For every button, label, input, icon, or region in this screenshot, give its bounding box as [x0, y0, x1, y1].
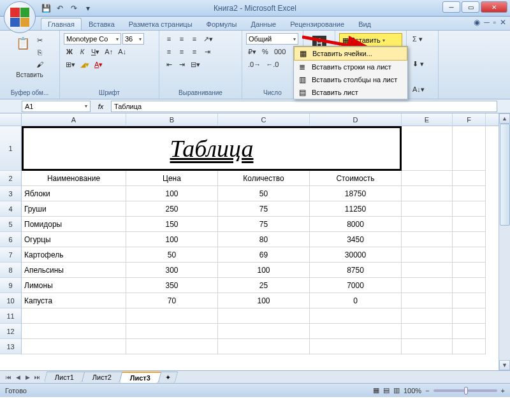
cell[interactable]: 75	[218, 217, 310, 232]
cell[interactable]	[218, 308, 310, 324]
cell[interactable]: Огурцы	[22, 232, 126, 247]
cell[interactable]: 100	[126, 186, 218, 201]
cell[interactable]: 300	[126, 263, 218, 278]
row-header[interactable]: 13	[0, 339, 22, 354]
grow-font-button[interactable]: A↑	[103, 46, 115, 57]
bold-button[interactable]: Ж	[64, 46, 75, 57]
cell[interactable]	[22, 339, 126, 354]
decrease-decimal-button[interactable]: ←.0	[264, 59, 280, 70]
row-header[interactable]: 4	[0, 201, 22, 217]
cell[interactable]: 11250	[310, 201, 402, 217]
menu-insert-cells[interactable]: ▦Вставить ячейки...	[294, 47, 407, 61]
cell[interactable]	[402, 217, 453, 232]
vertical-scrollbar[interactable]: ▲ ▼	[499, 113, 510, 370]
cell[interactable]: Лимоны	[22, 278, 126, 293]
cell[interactable]	[402, 232, 453, 247]
decrease-indent-button[interactable]: ⇤	[163, 59, 175, 70]
view-normal-button[interactable]: ▦	[373, 386, 379, 395]
sort-filter-button[interactable]: A↓▾	[411, 83, 426, 95]
col-header-a[interactable]: A	[22, 113, 126, 126]
cell[interactable]: Капуста	[22, 293, 126, 308]
cell[interactable]	[402, 171, 453, 186]
border-button[interactable]: ⊞▾	[64, 59, 77, 70]
maximize-button[interactable]: ▭	[462, 1, 479, 13]
restore-window-icon[interactable]: ▫	[493, 18, 496, 27]
cell[interactable]	[453, 324, 486, 339]
header-cell[interactable]: Количество	[218, 171, 310, 186]
view-page-layout-button[interactable]: ▤	[383, 386, 390, 395]
tab-view[interactable]: Вид	[351, 18, 378, 30]
cell[interactable]: Помидоры	[22, 217, 126, 232]
font-color-button[interactable]: A▾	[92, 59, 105, 70]
cell[interactable]: 70	[126, 293, 218, 308]
zoom-slider[interactable]	[433, 389, 497, 392]
view-page-break-button[interactable]: ▥	[393, 386, 400, 395]
cell[interactable]	[402, 278, 453, 293]
cell[interactable]: 8000	[310, 217, 402, 232]
format-painter-button[interactable]: 🖌	[34, 59, 46, 70]
cell[interactable]	[453, 232, 486, 247]
underline-button[interactable]: Ч▾	[89, 46, 101, 57]
zoom-level[interactable]: 100%	[404, 387, 421, 395]
cell[interactable]: 100	[218, 293, 310, 308]
row-header[interactable]: 3	[0, 186, 22, 201]
row-header[interactable]: 2	[0, 171, 22, 186]
row-header[interactable]: 11	[0, 308, 22, 324]
align-top-button[interactable]: ≡	[163, 33, 175, 45]
header-cell[interactable]: Наименование	[22, 171, 126, 186]
cell[interactable]: Яблоки	[22, 186, 126, 201]
sheet-tab-2[interactable]: Лист2	[82, 372, 123, 382]
row-header[interactable]: 10	[0, 293, 22, 308]
fill-button[interactable]: ⬇ ▾	[411, 59, 426, 70]
cell[interactable]	[310, 339, 402, 354]
cell[interactable]: 18750	[310, 186, 402, 201]
cell[interactable]	[310, 324, 402, 339]
cell[interactable]	[126, 308, 218, 324]
cell[interactable]: 100	[126, 232, 218, 247]
cell[interactable]: 0	[310, 293, 402, 308]
copy-button[interactable]: ⎘	[34, 47, 46, 58]
minimize-button[interactable]: ─	[442, 1, 460, 13]
name-box[interactable]: A1▾	[22, 101, 91, 112]
cell[interactable]	[453, 247, 486, 263]
align-bottom-button[interactable]: ≡	[189, 33, 200, 45]
font-size-select[interactable]: 36▾	[122, 33, 144, 45]
cell[interactable]: 80	[218, 232, 310, 247]
cell[interactable]	[453, 278, 486, 293]
header-cell[interactable]: Стоимость	[310, 171, 402, 186]
tab-page-layout[interactable]: Разметка страницы	[122, 18, 200, 30]
cell[interactable]	[126, 324, 218, 339]
cut-button[interactable]: ✂	[34, 34, 46, 46]
menu-insert-columns[interactable]: ▥Вставить столбцы на лист	[294, 73, 407, 86]
cell[interactable]	[453, 308, 486, 324]
cell[interactable]	[402, 126, 453, 171]
cell[interactable]: Картофель	[22, 247, 126, 263]
menu-insert-sheet[interactable]: ▤Вставить лист	[294, 86, 407, 99]
office-button[interactable]	[4, 1, 36, 33]
align-center-button[interactable]: ≡	[176, 46, 187, 57]
scroll-thumb[interactable]	[500, 124, 510, 226]
align-left-button[interactable]: ≡	[163, 46, 175, 57]
fill-color-button[interactable]: ◢▾	[78, 59, 91, 70]
comma-button[interactable]: 000	[272, 46, 288, 57]
cell[interactable]	[402, 293, 453, 308]
tab-home[interactable]: Главная	[41, 18, 82, 30]
minimize-ribbon-icon[interactable]: ─	[484, 18, 490, 27]
cell[interactable]	[453, 186, 486, 201]
currency-button[interactable]: ₽▾	[246, 46, 258, 57]
header-cell[interactable]: Цена	[126, 171, 218, 186]
italic-button[interactable]: К	[76, 46, 88, 57]
autosum-button[interactable]: Σ ▾	[411, 33, 425, 45]
cell[interactable]	[402, 263, 453, 278]
align-middle-button[interactable]: ≡	[176, 33, 187, 45]
cell[interactable]: 350	[126, 278, 218, 293]
cell[interactable]: 100	[218, 263, 310, 278]
merge-button[interactable]: ⊟▾	[189, 59, 202, 70]
title-cell[interactable]: Таблица	[22, 126, 402, 171]
zoom-in-button[interactable]: +	[501, 387, 505, 395]
cell[interactable]	[310, 308, 402, 324]
tab-review[interactable]: Рецензирование	[283, 18, 351, 30]
col-header-e[interactable]: E	[402, 113, 453, 126]
close-workbook-icon[interactable]: ✕	[500, 18, 506, 27]
cell[interactable]	[402, 186, 453, 201]
